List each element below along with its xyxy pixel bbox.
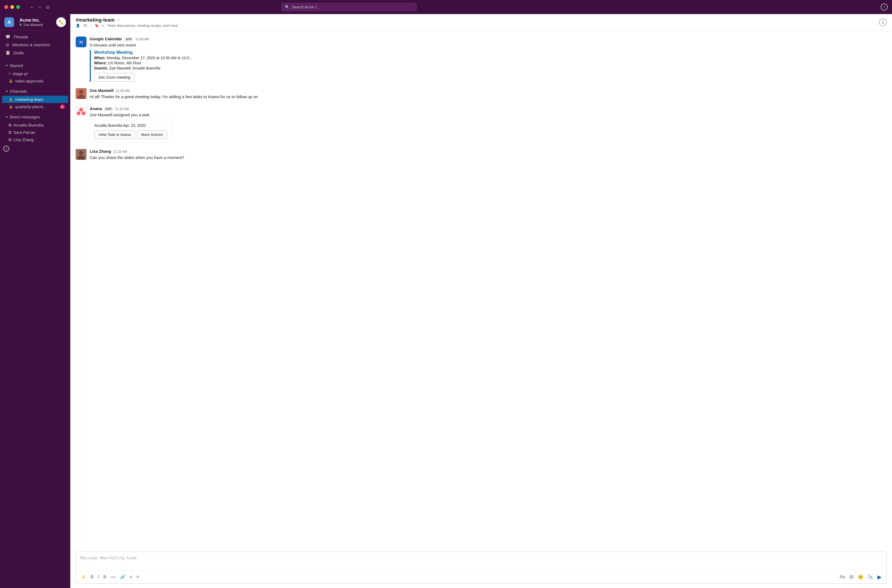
dm-arcadio[interactable]: Arcadio Buendía — [2, 122, 68, 129]
zoe-avatar — [76, 88, 87, 99]
user-status: Zoe Maxwell — [19, 23, 43, 27]
more-actions-button[interactable]: More Actions — [137, 130, 167, 139]
italic-btn[interactable]: I — [96, 573, 100, 580]
star-channel-icon[interactable]: ☆ — [117, 18, 121, 23]
sidebar-item-drafts[interactable]: 📋 Drafts — [2, 49, 68, 57]
message-time: 11:00 AM — [135, 37, 149, 41]
hash-icon: # — [9, 72, 10, 76]
svg-point-6 — [82, 111, 85, 115]
search-bar[interactable]: 🔍 — [281, 3, 417, 11]
member-icon: 👤 — [76, 24, 80, 28]
minimize-window-btn[interactable] — [10, 5, 14, 9]
starred-triangle-icon: ▼ — [5, 64, 8, 67]
message-body-calendar: Google Calendar APP 11:00 AM 5 minutes u… — [90, 36, 887, 82]
sidebar-channel-sales-approvals[interactable]: 🔒 sales-approvals — [2, 77, 68, 85]
channel-name: #marketing-team — [76, 17, 115, 23]
message-text: Hi all! Thanks for a great meeting today… — [90, 94, 887, 100]
attachment-btn[interactable]: 📎 — [866, 573, 875, 581]
dm-lisa[interactable]: Lisa Zhang — [2, 136, 68, 143]
message-text: Zoe Maxwell assigned you a task — [90, 112, 887, 118]
lightning-btn[interactable]: ⚡ — [79, 573, 88, 581]
bold-btn[interactable]: B — [89, 573, 95, 580]
asana-actions: View Task in Asana More Actions — [94, 130, 167, 139]
threads-icon: 💬 — [5, 34, 10, 39]
link-btn[interactable]: 🔗 — [118, 573, 127, 581]
maximize-window-btn[interactable] — [16, 5, 20, 9]
font-size-btn[interactable]: Aa — [838, 573, 847, 580]
message-body-lisa: Lisa Zhang 11:15 AM Can you share the sl… — [90, 149, 887, 161]
svg-point-5 — [77, 111, 81, 115]
compose-icon: ✏️ — [58, 20, 64, 25]
workspace-header: A Acme Inc. Zoe Maxwell ✏️ — [0, 14, 70, 30]
strikethrough-btn[interactable]: S — [102, 573, 108, 580]
lock-icon: 🔒 — [9, 98, 13, 101]
asana-task-card: Arcadio Buendía Apr, 23, 2020 View Task … — [90, 120, 172, 142]
sidebar-channel-marketing-team[interactable]: 🔒 marketing-team — [2, 96, 68, 103]
send-button[interactable]: ▶ — [876, 573, 883, 581]
mention-btn[interactable]: @ — [848, 573, 855, 580]
channel-label: sales-approvals — [15, 79, 43, 83]
dm-sara[interactable]: Sara Parras — [2, 129, 68, 136]
channels-label: Channels — [10, 89, 27, 93]
drafts-icon: 📋 — [5, 50, 10, 55]
sidebar-channel-triage-pr[interactable]: # triage-pr — [2, 70, 68, 77]
channel-label: marketing-team — [15, 97, 43, 102]
view-task-button[interactable]: View Task in Asana — [94, 130, 135, 139]
sidebar-channel-quarterly[interactable]: 🔒 quarterly-planni... 2 — [2, 103, 68, 110]
ordered-list-btn[interactable]: ≡ — [128, 573, 134, 580]
online-status-dot — [19, 24, 22, 26]
code-btn[interactable]: </> — [109, 574, 117, 580]
emoji-btn[interactable]: 🙂 — [856, 573, 865, 581]
back-button[interactable]: ← — [30, 4, 34, 10]
meeting-guests: Guests: Zoe Maxwell, Arcadio Buendía — [94, 66, 887, 70]
dm-triangle-icon: ▼ — [5, 116, 8, 118]
unread-badge: 2 — [60, 105, 65, 109]
message-author: Google Calendar — [90, 36, 122, 41]
message-body-zoe: Zoe Maxwell 11:05 AM Hi all! Thanks for … — [90, 88, 887, 100]
sidebar-item-threads[interactable]: 💬 Threads — [2, 33, 68, 41]
search-input[interactable] — [292, 5, 413, 9]
calendar-date: 31 — [79, 40, 83, 44]
history-button[interactable]: ⊙ — [46, 4, 49, 10]
app-layout: A Acme Inc. Zoe Maxwell ✏️ 💬 Threads @ — [0, 0, 892, 588]
message-input[interactable] — [76, 552, 886, 569]
messages-list: 31 Google Calendar APP 11:00 AM 5 minute… — [70, 31, 892, 549]
message-time: 11:10 AM — [115, 107, 129, 111]
channel-header: #marketing-team ☆ 👤 25 | 🔖 1 Team discus… — [70, 14, 892, 31]
input-toolbar: ⚡ B I S </> 🔗 ≡ ≡ Aa @ 🙂 📎 ▶ — [76, 570, 886, 584]
lock-icon: 🔒 — [9, 105, 13, 109]
message-author: Lisa Zhang — [90, 149, 111, 153]
dm-section-header[interactable]: ▼ Direct messages — [2, 112, 68, 122]
asana-task-detail: Arcadio Buendía Apr, 23, 2020 — [94, 123, 167, 128]
starred-section-header[interactable]: ▼ Starred — [2, 61, 68, 70]
channel-info-button[interactable]: ℹ — [879, 19, 887, 26]
help-button[interactable]: ? — [881, 3, 888, 10]
mentions-icon: @ — [5, 42, 9, 47]
add-channels-button[interactable]: + — [0, 144, 70, 153]
channel-description: Team discussions, meeting recaps, and mo… — [107, 24, 178, 28]
nav-arrows: ← → ⊙ — [30, 4, 49, 10]
meeting-title-link[interactable]: Workshop Meeting — [94, 50, 133, 55]
message-text: Can you share the slides when you have a… — [90, 154, 887, 161]
unordered-list-btn[interactable]: ≡ — [135, 573, 141, 580]
channel-meta: 👤 25 | 🔖 1 Team discussions, meeting rec… — [76, 24, 178, 28]
starred-label: Starred — [10, 63, 23, 68]
message-google-calendar: 31 Google Calendar APP 11:00 AM 5 minute… — [76, 36, 887, 82]
sidebar-item-mentions[interactable]: @ Mentions & reactions — [2, 41, 68, 49]
channels-section-header[interactable]: ▼ Channels — [2, 87, 68, 96]
svg-point-1 — [79, 90, 83, 94]
message-author: Asana — [90, 106, 102, 111]
channel-title-row: #marketing-team ☆ — [76, 17, 178, 23]
app-badge: APP — [104, 107, 113, 111]
compose-button[interactable]: ✏️ — [56, 17, 66, 27]
dm-name: Sara Parras — [13, 130, 35, 135]
workspace-name: Acme Inc. — [19, 18, 43, 23]
calendar-card: Workshop Meeting When: Monday, December … — [90, 50, 887, 82]
meeting-when: When: Monday, December 17, 2020 at 10:30… — [94, 56, 887, 60]
avatar-image — [76, 88, 87, 99]
forward-button[interactable]: → — [37, 4, 42, 10]
main-chat-area: #marketing-team ☆ 👤 25 | 🔖 1 Team discus… — [70, 14, 892, 588]
close-window-btn[interactable] — [4, 5, 8, 9]
join-zoom-button[interactable]: Join Zoom meeting — [94, 73, 134, 82]
message-header: Zoe Maxwell 11:05 AM — [90, 88, 887, 93]
